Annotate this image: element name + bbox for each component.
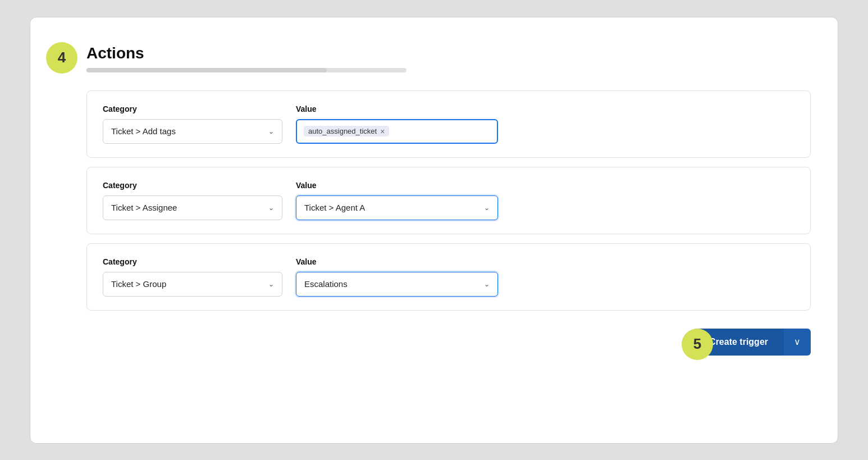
step-4-badge: 4 — [46, 42, 77, 74]
progress-bar-fill — [86, 68, 327, 72]
category-group-3: Category Ticket > Group ⌄ — [103, 257, 282, 297]
tag-text: auto_assigned_ticket — [308, 127, 377, 135]
category-dropdown-1[interactable]: Ticket > Add tags ⌄ — [103, 119, 282, 144]
tag-chip: auto_assigned_ticket × — [304, 126, 389, 136]
category-group-2: Category Ticket > Assignee ⌄ — [103, 181, 282, 220]
tag-remove-icon[interactable]: × — [380, 127, 385, 135]
tag-input-1[interactable]: auto_assigned_ticket × — [296, 119, 498, 144]
value-dropdown-2[interactable]: Ticket > Agent A ⌄ — [296, 195, 498, 220]
value-group-2: Value Ticket > Agent A ⌄ — [296, 181, 498, 220]
create-trigger-dropdown-button[interactable]: ∨ — [784, 329, 811, 356]
chevron-down-icon: ∨ — [794, 336, 801, 347]
value-label-2: Value — [296, 181, 498, 190]
chevron-down-icon: ⌄ — [484, 204, 490, 212]
category-dropdown-2[interactable]: Ticket > Assignee ⌄ — [103, 195, 282, 220]
value-dropdown-3[interactable]: Escalations ⌄ — [296, 272, 498, 297]
value-label-1: Value — [296, 104, 498, 113]
category-dropdown-3[interactable]: Ticket > Group ⌄ — [103, 272, 282, 297]
page-title: Actions — [86, 44, 811, 62]
main-card: 4 Actions Category Ticket > Add tags ⌄ V… — [30, 17, 838, 444]
footer: 5 Create trigger ∨ — [86, 329, 811, 356]
progress-bar — [86, 68, 406, 72]
value-group-3: Value Escalations ⌄ — [296, 257, 498, 297]
action-row-1: Category Ticket > Add tags ⌄ Value auto_… — [86, 90, 811, 158]
action-row-3: Category Ticket > Group ⌄ Value Escalati… — [86, 243, 811, 311]
step-5-badge: 5 — [682, 329, 713, 360]
action-row-2: Category Ticket > Assignee ⌄ Value Ticke… — [86, 167, 811, 234]
category-label-1: Category — [103, 104, 282, 113]
value-label-3: Value — [296, 257, 498, 266]
category-label-3: Category — [103, 257, 282, 266]
chevron-down-icon: ⌄ — [484, 280, 490, 288]
chevron-down-icon: ⌄ — [268, 127, 274, 135]
value-group-1: Value auto_assigned_ticket × — [296, 104, 498, 144]
chevron-down-icon: ⌄ — [268, 280, 274, 288]
chevron-down-icon: ⌄ — [268, 204, 274, 212]
category-group-1: Category Ticket > Add tags ⌄ — [103, 104, 282, 144]
category-label-2: Category — [103, 181, 282, 190]
